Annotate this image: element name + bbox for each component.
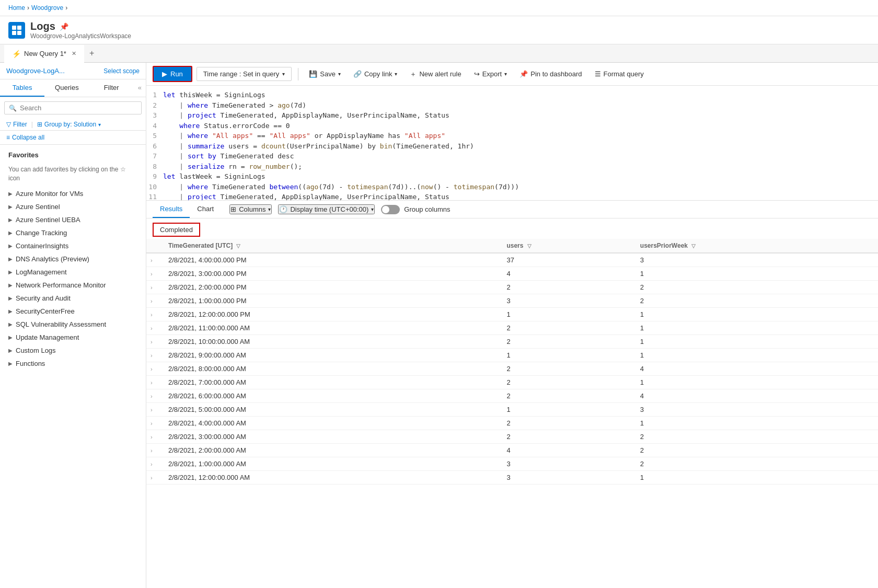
sidebar-item-security-center-free[interactable]: ▶ SecurityCenterFree bbox=[0, 305, 146, 318]
results-tab-results[interactable]: Results bbox=[153, 201, 190, 218]
collapse-all-button[interactable]: ≡ Collapse all bbox=[0, 131, 146, 145]
table-row: ›2/8/2021, 10:00:00.000 AM21 bbox=[146, 335, 878, 349]
time-range-button[interactable]: Time range : Set in query ▾ bbox=[197, 67, 292, 81]
sidebar-item-azure-sentinel-ueba[interactable]: ▶ Azure Sentinel UEBA bbox=[0, 213, 146, 226]
filter-icon[interactable]: ▽ bbox=[236, 243, 240, 249]
row-expand-icon[interactable]: › bbox=[146, 457, 162, 471]
workspace-name[interactable]: Woodgrove-LogA... bbox=[6, 67, 65, 75]
tab-bar: ⚡ New Query 1* ✕ + bbox=[0, 44, 878, 63]
code-line: 11 | project TimeGenerated, AppDisplayNa… bbox=[146, 192, 878, 201]
row-expand-icon[interactable]: › bbox=[146, 349, 162, 362]
export-button[interactable]: ↪ Export ▾ bbox=[470, 67, 512, 80]
sidebar-item-sql-vulnerability[interactable]: ▶ SQL Vulnerability Assessment bbox=[0, 318, 146, 331]
code-line: 6 | summarize users = dcount(UserPrincip… bbox=[146, 141, 878, 152]
table-cell: 2 bbox=[634, 281, 878, 294]
filter-icon[interactable]: ▽ bbox=[527, 243, 532, 249]
run-button[interactable]: ▶ Run bbox=[153, 66, 192, 82]
save-button[interactable]: 💾 Save ▾ bbox=[305, 67, 345, 80]
table-cell: 2 bbox=[500, 362, 633, 376]
chevron-down-icon: ▾ bbox=[371, 206, 374, 212]
table-cell: 1 bbox=[634, 267, 878, 281]
search-input[interactable] bbox=[20, 104, 137, 112]
sidebar-item-security-audit[interactable]: ▶ Security and Audit bbox=[0, 292, 146, 305]
new-tab-button[interactable]: + bbox=[84, 44, 99, 62]
sidebar-item-functions[interactable]: ▶ Functions bbox=[0, 357, 146, 370]
sidebar-item-container-insights[interactable]: ▶ ContainerInsights bbox=[0, 239, 146, 252]
table-cell: 2/8/2021, 11:00:00.000 AM bbox=[162, 321, 500, 335]
table-cell: 37 bbox=[500, 253, 633, 267]
row-expand-icon[interactable]: › bbox=[146, 403, 162, 417]
row-expand-icon[interactable]: › bbox=[146, 294, 162, 308]
tab-close-icon[interactable]: ✕ bbox=[72, 50, 76, 57]
sidebar-item-log-management[interactable]: ▶ LogManagement bbox=[0, 266, 146, 279]
group-icon: ⊞ bbox=[37, 121, 42, 128]
display-time-button[interactable]: 🕐 Display time (UTC+00:00) ▾ bbox=[278, 204, 375, 214]
sidebar-item-update-management[interactable]: ▶ Update Management bbox=[0, 331, 146, 344]
table-cell: 4 bbox=[500, 267, 633, 281]
table-cell: 1 bbox=[634, 417, 878, 430]
favorites-hint: You can add favorites by clicking on the… bbox=[0, 163, 146, 187]
filter-icon[interactable]: ▽ bbox=[691, 243, 696, 249]
sidebar-item-custom-logs[interactable]: ▶ Custom Logs bbox=[0, 344, 146, 357]
row-expand-icon[interactable]: › bbox=[146, 321, 162, 335]
chevron-right-icon: ▶ bbox=[8, 282, 13, 288]
collapse-sidebar-icon[interactable]: « bbox=[134, 79, 146, 97]
row-expand-icon[interactable]: › bbox=[146, 281, 162, 294]
row-expand-icon[interactable]: › bbox=[146, 308, 162, 321]
group-columns-toggle[interactable]: Group columns bbox=[381, 205, 450, 214]
code-line: 4 where Status.errorCode == 0 bbox=[146, 121, 878, 131]
table-cell: 1 bbox=[634, 349, 878, 362]
table-cell: 2/8/2021, 2:00:00.000 AM bbox=[162, 444, 500, 457]
sidebar-tab-queries[interactable]: Queries bbox=[44, 79, 89, 97]
pin-dashboard-button[interactable]: 📌 Pin to dashboard bbox=[515, 67, 586, 80]
sidebar-item-change-tracking[interactable]: ▶ Change Tracking bbox=[0, 226, 146, 239]
table-row: ›2/8/2021, 11:00:00.000 AM21 bbox=[146, 321, 878, 335]
breadcrumb-woodgrove[interactable]: Woodgrove bbox=[31, 4, 63, 11]
sidebar-tab-tables[interactable]: Tables bbox=[0, 79, 44, 97]
tab-new-query[interactable]: ⚡ New Query 1* ✕ bbox=[4, 45, 84, 63]
table-cell: 1 bbox=[634, 335, 878, 349]
table-row: ›2/8/2021, 3:00:00.000 AM22 bbox=[146, 430, 878, 444]
table-cell: 4 bbox=[634, 389, 878, 403]
chevron-right-icon: ▶ bbox=[8, 230, 13, 236]
code-line: 3 | project TimeGenerated, AppDisplayNam… bbox=[146, 110, 878, 121]
sidebar-item-network-perf[interactable]: ▶ Network Performance Monitor bbox=[0, 279, 146, 292]
sidebar-item-dns-analytics[interactable]: ▶ DNS Analytics (Preview) bbox=[0, 252, 146, 266]
new-alert-button[interactable]: ＋ New alert rule bbox=[406, 67, 465, 82]
row-expand-icon[interactable]: › bbox=[146, 335, 162, 349]
copy-link-button[interactable]: 🔗 Copy link ▾ bbox=[349, 67, 401, 80]
breadcrumb-home[interactable]: Home bbox=[8, 4, 25, 11]
sidebar-item-azure-monitor-vms[interactable]: ▶ Azure Monitor for VMs bbox=[0, 187, 146, 200]
table-cell: 2 bbox=[500, 376, 633, 389]
code-editor[interactable]: 1let thisWeek = SigninLogs2 | where Time… bbox=[146, 86, 878, 201]
row-expand-icon[interactable]: › bbox=[146, 267, 162, 281]
row-expand-icon[interactable]: › bbox=[146, 471, 162, 485]
chevron-right-icon: ▶ bbox=[8, 335, 13, 340]
table-row: ›2/8/2021, 12:00:00.000 AM31 bbox=[146, 471, 878, 485]
select-scope-button[interactable]: Select scope bbox=[103, 67, 140, 75]
row-expand-icon[interactable]: › bbox=[146, 376, 162, 389]
code-line: 8 | serialize rn = row_number(); bbox=[146, 162, 878, 172]
row-expand-icon[interactable]: › bbox=[146, 417, 162, 430]
columns-button[interactable]: ⊞ Columns ▾ bbox=[229, 204, 272, 214]
results-tab-chart[interactable]: Chart bbox=[190, 201, 221, 218]
sidebar-item-azure-sentinel[interactable]: ▶ Azure Sentinel bbox=[0, 200, 146, 213]
table-row: ›2/8/2021, 4:00:00.000 AM21 bbox=[146, 417, 878, 430]
toggle-switch[interactable] bbox=[381, 205, 400, 214]
row-expand-icon[interactable]: › bbox=[146, 430, 162, 444]
format-query-button[interactable]: ☰ Format query bbox=[591, 67, 648, 80]
row-expand-icon[interactable]: › bbox=[146, 389, 162, 403]
pin-icon[interactable]: 📌 bbox=[60, 22, 68, 31]
chevron-right-icon: ▶ bbox=[8, 295, 13, 301]
table-cell: 2/8/2021, 10:00:00.000 AM bbox=[162, 335, 500, 349]
row-expand-icon[interactable]: › bbox=[146, 362, 162, 376]
sidebar-tabs: Tables Queries Filter « bbox=[0, 79, 146, 97]
sidebar-search-box[interactable]: 🔍 bbox=[4, 101, 142, 114]
filter-button[interactable]: ▽ Filter bbox=[6, 121, 27, 128]
play-icon: ▶ bbox=[162, 70, 167, 78]
row-expand-icon[interactable]: › bbox=[146, 444, 162, 457]
row-expand-icon[interactable]: › bbox=[146, 253, 162, 267]
table-cell: 4 bbox=[634, 362, 878, 376]
group-by-button[interactable]: ⊞ Group by: Solution ▾ bbox=[37, 121, 101, 128]
sidebar-tab-filter[interactable]: Filter bbox=[89, 79, 134, 97]
